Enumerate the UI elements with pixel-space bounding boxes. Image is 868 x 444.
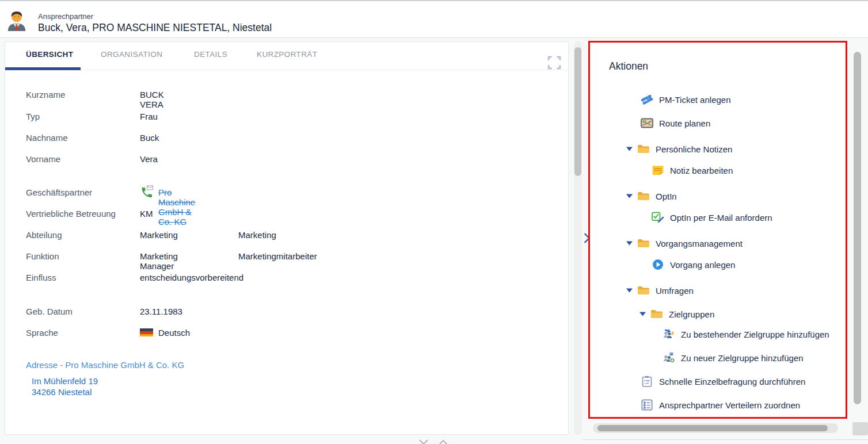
expand-fullscreen-icon[interactable] [547, 56, 561, 70]
tab-kurzportraet[interactable]: KURZPORTRÄT [257, 50, 317, 59]
field-value: Marketing Manager [140, 251, 178, 271]
german-flag-icon [140, 328, 153, 336]
route-map-icon [641, 117, 653, 129]
field-label: Geschäftspartner [26, 187, 135, 197]
field-value: Vera [140, 154, 158, 164]
tab-uebersicht[interactable]: ÜBERSICHT [26, 50, 73, 59]
action-route-planen[interactable]: Route planen [641, 117, 710, 129]
field-label: Sprache [26, 328, 135, 338]
caret-down-icon[interactable] [626, 194, 633, 198]
field-value: entscheidungsvorbereitend [140, 273, 243, 282]
folder-icon [650, 308, 663, 320]
group-add-plus-icon [663, 352, 675, 363]
overview-card: ÜBERSICHT ORGANISATION DETAILS KURZPORTR… [5, 41, 569, 435]
action-label: Vorgangsmanagement [656, 239, 743, 248]
action-label: PM-Ticket anlegen [659, 95, 731, 105]
clipboard-survey-icon [641, 376, 653, 387]
action-label: Ansprechpartner Verteilern zuordnen [659, 400, 800, 410]
chevron-up-icon[interactable] [437, 439, 449, 444]
field-label: Geb. Datum [26, 307, 135, 316]
actions-panel: Aktionen PM PM-Ticket anlegen [590, 43, 846, 417]
app-window: Ansprechpartner Buck, Vera, PRO MASCHINE… [0, 0, 868, 444]
action-label: Vorgang anlegen [670, 260, 735, 270]
address-heading-link[interactable]: Adresse - Pro Maschine GmbH & Co. KG [26, 360, 184, 370]
chevron-down-icon[interactable] [418, 439, 429, 444]
field-value-2: Marketing [238, 230, 276, 240]
panel-bottom-divider [583, 439, 868, 440]
action-zu-bestehender-zielgruppe[interactable]: Zu bestehender Zielgruppe hinzufügen [663, 328, 829, 340]
field-value: BUCK VERA [140, 90, 164, 109]
optin-check-pen-icon [652, 212, 664, 223]
caret-down-icon[interactable] [639, 312, 646, 316]
field-value: Deutsch [158, 328, 190, 338]
field-label: Kurzname [26, 90, 135, 99]
action-label: Route planen [659, 118, 710, 128]
action-group-optin[interactable]: OptIn [626, 190, 677, 202]
action-group-zielgruppen[interactable]: Zielgruppen [639, 308, 714, 320]
panel-hscrollbar-thumb[interactable] [597, 425, 828, 431]
field-label: Vorname [26, 154, 135, 164]
field-value: KM [140, 209, 153, 219]
actions-panel-title: Aktionen [609, 60, 648, 72]
field-label: Funktion [26, 251, 135, 261]
action-group-umfragen[interactable]: Umfragen [626, 285, 694, 296]
business-partner-link[interactable]: Pro Maschine GmbH & Co. KG [158, 187, 195, 227]
action-group-vorgangsmanagement[interactable]: Vorgangsmanagement [626, 238, 743, 249]
pm-ticket-icon: PM [641, 94, 653, 105]
group-add-arrow-icon [663, 328, 675, 340]
action-pm-ticket-anlegen[interactable]: PM PM-Ticket anlegen [641, 94, 731, 105]
caret-down-icon[interactable] [626, 147, 633, 151]
action-label: Umfragen [656, 286, 694, 296]
action-vorgang-anlegen[interactable]: Vorgang anlegen [652, 259, 735, 270]
record-type-label: Ansprechpartner [38, 12, 93, 21]
tab-organisation[interactable]: ORGANISATION [101, 50, 162, 59]
field-label: Nachname [26, 133, 135, 143]
action-label: OptIn [656, 192, 677, 201]
action-label: Zu neuer Zielgruppe hinzufügen [681, 353, 804, 363]
main-scrollbar-thumb[interactable] [574, 47, 581, 176]
action-zu-neuer-zielgruppe[interactable]: Zu neuer Zielgruppe hinzufügen [663, 352, 804, 363]
field-value: 23.11.1983 [140, 307, 182, 316]
action-label: OptIn per E-Mail anfordern [670, 213, 772, 223]
action-group-persoenliche-notizen[interactable]: Persönliche Notizen [626, 143, 732, 155]
folder-icon [637, 190, 650, 202]
page-title: Buck, Vera, PRO MASCHINE NIESTETAL, Nies… [38, 22, 272, 34]
distribution-list-icon [641, 399, 653, 411]
address-line-2[interactable]: 34266 Niestetal [32, 387, 92, 397]
phone-mail-icon[interactable] [140, 185, 154, 199]
folder-icon [637, 143, 650, 155]
caret-down-icon[interactable] [626, 288, 633, 293]
field-label: Typ [26, 112, 135, 121]
tab-bar: ÜBERSICHT ORGANISATION DETAILS KURZPORTR… [5, 42, 568, 70]
field-value: Buck [140, 133, 159, 143]
action-schnelle-einzelbefragung[interactable]: Schnelle Einzelbefragung durchführen [641, 376, 805, 387]
action-notiz-bearbeiten[interactable]: Notiz bearbeiten [652, 164, 733, 176]
bottom-pager-controls [418, 439, 449, 444]
folder-icon [637, 238, 650, 249]
action-label: Schnelle Einzelbefragung durchführen [659, 377, 805, 386]
field-label: Abteilung [26, 230, 135, 240]
note-icon [652, 164, 664, 176]
panel-vscrollbar-thumb[interactable] [854, 52, 861, 404]
action-label: Notiz bearbeiten [670, 166, 733, 175]
field-value: Frau [140, 112, 158, 121]
field-label: Vertriebliche Betreuung [26, 209, 135, 219]
tab-details[interactable]: DETAILS [194, 50, 227, 59]
play-circle-icon [652, 259, 664, 270]
active-tab-indicator [5, 67, 81, 70]
address-line-1[interactable]: Im Mühlenfeld 19 [32, 376, 98, 386]
field-value: Marketing [140, 230, 178, 240]
action-label: Persönliche Notizen [656, 144, 732, 154]
field-label: Einfluss [26, 273, 135, 282]
action-verteilern-zuordnen[interactable]: Ansprechpartner Verteilern zuordnen [641, 399, 800, 411]
field-value-2: Marketingmitarbeiter [238, 251, 317, 261]
scrollbar-corner [852, 422, 868, 435]
action-optin-email-anfordern[interactable]: OptIn per E-Mail anfordern [652, 212, 772, 223]
record-header: Ansprechpartner Buck, Vera, PRO MASCHINE… [0, 0, 868, 38]
contact-avatar-icon [6, 9, 28, 31]
folder-icon [637, 285, 650, 296]
action-label: Zielgruppen [669, 309, 714, 319]
action-label: Zu bestehender Zielgruppe hinzufügen [681, 330, 829, 339]
caret-down-icon[interactable] [626, 241, 633, 246]
